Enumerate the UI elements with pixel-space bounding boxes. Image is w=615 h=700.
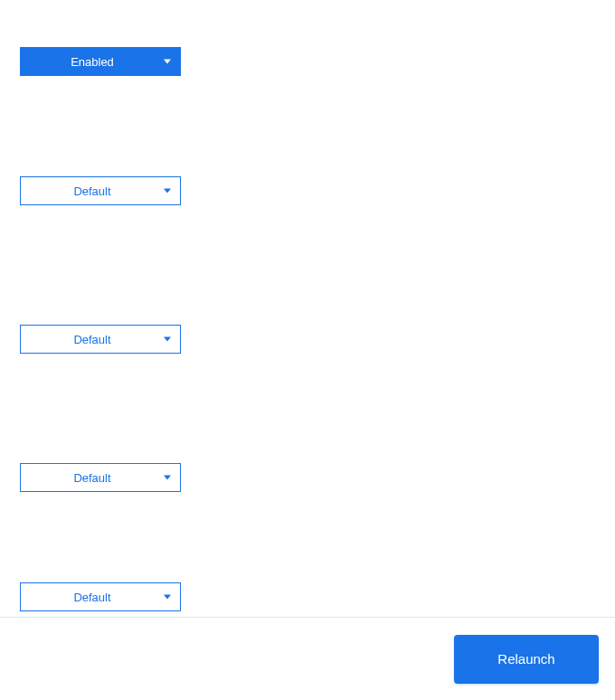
flag-dropdown-2-value: Default — [21, 184, 180, 198]
flag-dropdown-3-value: Default — [21, 333, 180, 346]
chevron-down-icon — [164, 337, 171, 342]
flag-dropdown-3[interactable]: Default — [20, 325, 181, 354]
chevron-down-icon — [164, 60, 171, 64]
flag-dropdown-5[interactable]: Default — [20, 582, 181, 611]
flag-dropdown-4[interactable]: Default — [20, 463, 181, 492]
relaunch-button[interactable]: Relaunch — [454, 635, 599, 684]
chevron-down-icon — [164, 189, 171, 194]
flag-dropdown-4-value: Default — [21, 471, 180, 485]
flag-dropdown-2[interactable]: Default — [20, 176, 181, 205]
chevron-down-icon — [164, 595, 171, 600]
flag-dropdown-1-value: Enabled — [21, 55, 180, 69]
flag-dropdown-5-value: Default — [21, 591, 180, 604]
flag-dropdown-1[interactable]: Enabled — [20, 47, 181, 76]
footer-bar: Relaunch — [0, 617, 615, 700]
chevron-down-icon — [164, 476, 171, 480]
